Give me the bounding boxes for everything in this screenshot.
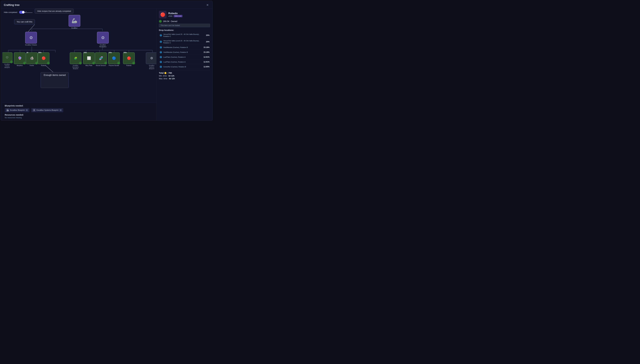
- owned-check-icon: ✓: [159, 20, 162, 23]
- node-rubedo-neuroptics[interactable]: 500x 🔴 ✓ Rubedo: [123, 52, 135, 66]
- neuroptics-bp-icon-box: 🧩 ✓: [70, 52, 82, 64]
- hide-completed-row: Hide completed: Hide recipes that are al…: [2, 10, 156, 15]
- rubedo-neuroptics-icon-box: 500x 🔴 ✓: [123, 52, 135, 64]
- neural-sensors-icon-box: 🧬 ✓: [95, 52, 107, 64]
- systems-bp-icon: ⚙: [150, 56, 153, 60]
- neural-sensors-label: Neural Sensors: [96, 65, 106, 66]
- neural-sensors-check: ✓: [105, 62, 107, 64]
- close-button[interactable]: ✕: [205, 3, 210, 7]
- drop-list: 🌐 Venus/Orb Vallis (Level 20 - 40 Orb Va…: [159, 32, 210, 69]
- drop-pct-2: 15.18%: [204, 46, 210, 48]
- drop-pct-4: 12.91%: [204, 56, 210, 58]
- crafting-panel: Hide completed: Hide recipes that are al…: [1, 9, 157, 120]
- max-time-value: 4d 12h: [169, 78, 175, 80]
- max-time-label: Max. time:: [159, 78, 168, 80]
- ferrite-icon-box: 1K 🪨 ✓: [26, 52, 38, 64]
- drop-item-6: 🌐 Ceres/Ker (Caches). Rotation B 12.65%: [159, 65, 210, 69]
- tree-container: You can craft this 🦾 Excalibur ⚙: [2, 15, 156, 103]
- globe-icon-2: 🌐: [160, 46, 162, 49]
- drop-item-3: 🌐 Void/Marduk (Caches), Rotation B 15.18…: [159, 50, 210, 54]
- chassis-bp-icon: 🛡: [6, 56, 9, 59]
- item-icon: 🔴: [159, 11, 167, 18]
- total-credits-row: Total 🪙 : 70K: [159, 72, 210, 74]
- enough-items-tooltip: Enough items owned: [41, 72, 69, 88]
- wiki-link-button[interactable]: Wiki Link: [174, 15, 182, 17]
- drop-item-4: 🌐 Lua/Plato (Caches), Rotation A 12.91%: [159, 55, 210, 59]
- chassis-bp-icon-box: 🛡 ✓: [2, 52, 13, 63]
- blueprints-list: 🦾 Excalibur Blueprint 1 ⚙ Excalibur Syst…: [5, 108, 154, 112]
- min-time-row: Min. time: 3d 12h: [159, 75, 210, 77]
- morphics-label: Morphics: [17, 65, 23, 66]
- item-icon-glyph: 🔴: [160, 12, 165, 17]
- polymer-bundle-qty: 150x: [109, 52, 112, 54]
- systems-blueprint-label: Excalibur Systems Blueprint: [37, 109, 59, 111]
- rubedo-chassis-qty: 300x: [38, 52, 42, 54]
- min-time-label: Min. time:: [159, 75, 167, 77]
- excalibur-blueprint-count: 1: [26, 109, 28, 111]
- systems-bp-label: ExcaliburSystemsBlueprint: [149, 65, 154, 70]
- node-rubedo-chassis[interactable]: 300x 🔴 ✓ Rubedo: [38, 52, 50, 66]
- drop-item-2: 🌐 Void/Marduk (Caches), Rotation B 15.18…: [159, 45, 210, 50]
- craft-this-tooltip: You can craft this: [14, 19, 35, 24]
- node-chassis-bp[interactable]: 🛡 ✓ ExcaliburChassisBlueprint: [2, 52, 13, 68]
- neuroptics-icon: ⚙: [101, 35, 105, 40]
- neuroptics-bp-icon: 🧩: [74, 56, 77, 60]
- resources-missing: No resources missing: [5, 117, 154, 119]
- globe-icon-4: 🌐: [160, 56, 162, 58]
- blueprint-item-excalibur[interactable]: 🦾 Excalibur Blueprint 1: [5, 108, 30, 112]
- node-morphics[interactable]: 🔮 ✓ Morphics: [14, 52, 26, 66]
- chassis-icon-box: ⚙: [25, 32, 37, 44]
- alloy-plate-icon: ⬜: [87, 56, 91, 60]
- node-neuroptics-bp[interactable]: 🧩 ✓ ExcaliburNeuropticsBlueprint: [69, 52, 83, 70]
- globe-icon-3: 🌐: [160, 51, 162, 54]
- drop-pct-5: 12.91%: [204, 61, 210, 63]
- drop-name-0: Venus/Orb Vallis (Level 20 - 40 Orb Vall…: [163, 33, 205, 38]
- svg-line-22: [28, 24, 35, 32]
- drop-name-1: Venus/Orb Vallis (Level 20 - 40 Orb Vall…: [163, 40, 205, 44]
- chassis-bp-label: ExcaliburChassisBlueprint: [5, 64, 10, 68]
- rubedo-chassis-check: ✓: [47, 62, 50, 64]
- owned-label: Owned: [171, 20, 177, 22]
- rubedo-chassis-icon: 🔴: [42, 56, 46, 60]
- node-excalibur-chassis[interactable]: ⚙ Excalibur Chassis: [25, 32, 37, 46]
- modal-header: Crafting tree ✕: [1, 1, 212, 9]
- excalibur-icon-box: 🦾: [69, 15, 80, 26]
- blueprint-item-systems[interactable]: ⚙ Excalibur Systems Blueprint 1: [31, 108, 63, 112]
- excalibur-blueprint-icon: 🦾: [6, 109, 9, 112]
- item-header: 🔴 Rubedo x500 Wiki Link: [159, 11, 210, 18]
- polymer-bundle-icon: 🔵: [112, 56, 116, 60]
- excalibur-icon: 🦾: [72, 18, 77, 24]
- drop-pct-1: 20%: [206, 41, 210, 43]
- node-polymer-bundle[interactable]: 150x 🔵 ✓ Polymer Bundle: [108, 52, 120, 66]
- rubedo-neuroptics-check: ✓: [132, 62, 135, 64]
- drop-name-2: Void/Marduk (Caches), Rotation B: [163, 46, 202, 48]
- item-info: Rubedo x500 Wiki Link: [168, 12, 210, 17]
- owned-row: ✓ 269.5K Owned: [159, 20, 210, 23]
- alloy-plate-check: ✓: [92, 62, 95, 64]
- neuroptics-bp-label: ExcaliburNeuropticsBlueprint: [72, 65, 79, 70]
- node-alloy-plate[interactable]: 150x ⬜ ✓ Alloy Plate: [83, 52, 95, 66]
- drop-name-3: Void/Marduk (Caches), Rotation B: [163, 51, 202, 53]
- systems-bp-icon-box: ⚙: [146, 52, 156, 64]
- systems-blueprint-count: 1: [60, 109, 62, 111]
- node-ferrite[interactable]: 1K 🪨 ✓ Ferrite: [26, 52, 38, 66]
- drop-pct-0: 20%: [206, 34, 210, 36]
- excalibur-blueprint-label: Excalibur Blueprint: [10, 109, 25, 111]
- totals-section: Total 🪙 : 70K Min. time: 3d 12h Max. tim…: [159, 70, 210, 80]
- crafting-modal: Crafting tree ✕ Hide completed: Hide rec…: [1, 1, 213, 120]
- morphics-icon: 🔮: [18, 56, 22, 60]
- drop-item-1: 🌐 Venus/Orb Vallis (Level 20 - 40 Orb Va…: [159, 39, 210, 45]
- ferrite-qty: 1K: [27, 52, 29, 54]
- globe-icon-5: 🌐: [160, 60, 162, 63]
- alloy-plate-icon-box: 150x ⬜ ✓: [83, 52, 95, 64]
- node-neural-sensors[interactable]: 🧬 ✓ Neural Sensors: [95, 52, 107, 66]
- node-systems-bp[interactable]: ⚙ ExcaliburSystemsBlueprint: [145, 52, 156, 70]
- globe-icon-6: 🌐: [160, 66, 162, 68]
- polymer-bundle-check: ✓: [117, 62, 120, 64]
- node-excalibur-neuroptics[interactable]: ⚙ Excalibur Neuroptics: [96, 32, 110, 48]
- drop-locations-title: Drop locations:: [159, 29, 210, 31]
- node-excalibur[interactable]: 🦾 Excalibur: [69, 15, 80, 29]
- drop-name-4: Lua/Plato (Caches), Rotation A: [163, 56, 202, 58]
- credits-icon: 🪙: [164, 72, 167, 74]
- morphics-icon-box: 🔮 ✓: [14, 52, 26, 64]
